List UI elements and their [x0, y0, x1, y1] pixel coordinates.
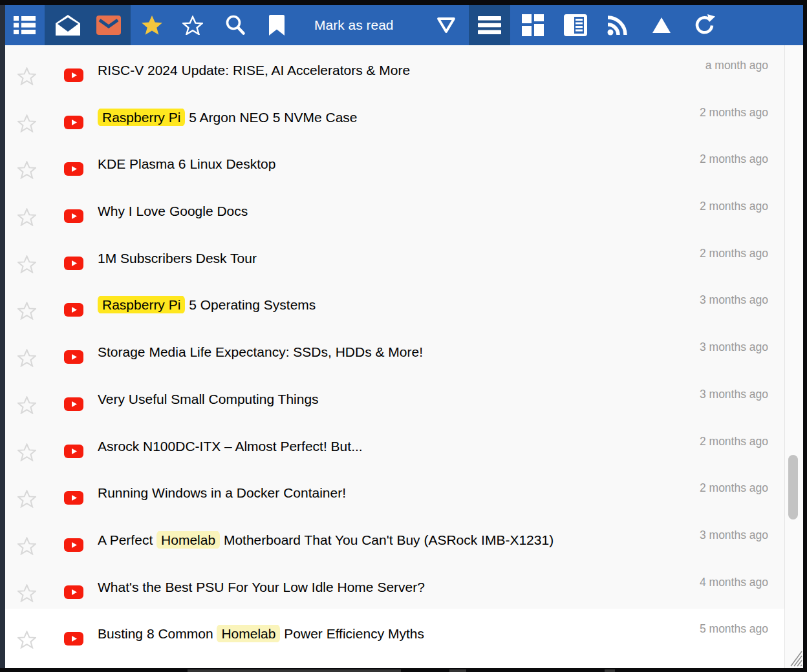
scrollbar-track[interactable] — [784, 45, 803, 668]
resize-grip[interactable] — [786, 647, 803, 667]
bookmark-button[interactable] — [264, 12, 290, 38]
row-star-icon[interactable] — [17, 584, 36, 602]
article-row[interactable]: Asrock N100DC-ITX – Almost Perfect! But.… — [5, 421, 784, 468]
article-title: 1M Subscribers Desk Tour — [98, 249, 257, 267]
article-time: 2 months ago — [700, 200, 768, 213]
article-time: 2 months ago — [700, 247, 768, 260]
search-icon — [224, 14, 246, 36]
article-time: 2 months ago — [700, 106, 768, 120]
unread-envelope-button[interactable] — [96, 12, 122, 38]
window-border-left — [0, 5, 5, 668]
article-title: A Perfect Homelab Motherboard That You C… — [98, 531, 554, 549]
up-triangle-icon — [651, 16, 672, 34]
window-border-right — [803, 5, 807, 668]
row-star-icon[interactable] — [17, 537, 36, 555]
unread-list-icon — [14, 16, 36, 34]
row-star-icon[interactable] — [17, 67, 36, 85]
layout-button[interactable] — [520, 12, 546, 38]
menu-button[interactable] — [477, 12, 502, 38]
clipped-next-row — [188, 669, 401, 672]
row-star-icon[interactable] — [17, 161, 36, 179]
article-title: Raspberry Pi 5 Argon NEO 5 NVMe Case — [98, 109, 358, 126]
rss-icon — [607, 14, 629, 36]
open-envelope-button[interactable] — [55, 12, 81, 38]
refresh-icon — [694, 14, 716, 36]
article-row[interactable]: A Perfect Homelab Motherboard That You C… — [5, 515, 784, 562]
window-border-top — [0, 0, 807, 5]
article-time: 3 months ago — [700, 529, 768, 542]
article-row[interactable]: Storage Media Life Expectancy: SSDs, HDD… — [5, 327, 784, 374]
article-title: Very Useful Small Computing Things — [98, 390, 319, 408]
starred-filter-button[interactable] — [139, 12, 165, 38]
youtube-icon — [64, 68, 83, 82]
article-title: Busting 8 Common Homelab Power Efficienc… — [98, 625, 424, 642]
row-star-icon[interactable] — [17, 302, 36, 320]
article-title: Running Windows in a Docker Container! — [98, 484, 346, 501]
clipped-next-row — [605, 669, 615, 672]
clipped-next-row — [449, 669, 466, 672]
article-title: KDE Plasma 6 Linux Desktop — [98, 155, 275, 173]
row-star-icon[interactable] — [17, 349, 36, 367]
article-title: Storage Media Life Expectancy: SSDs, HDD… — [98, 343, 423, 361]
row-star-icon[interactable] — [17, 114, 36, 132]
row-star-icon[interactable] — [17, 631, 36, 649]
unread-envelope-icon — [96, 16, 121, 35]
row-star-icon[interactable] — [17, 255, 36, 273]
article-row[interactable]: RISC-V 2024 Update: RISE, AI Accelerator… — [5, 45, 784, 92]
youtube-icon — [64, 397, 83, 411]
scrollbar-thumb[interactable] — [788, 455, 798, 520]
toolbar: Mark as read — [5, 5, 803, 45]
row-star-icon[interactable] — [17, 490, 36, 508]
article-title: Raspberry Pi 5 Operating Systems — [98, 296, 316, 313]
youtube-icon — [64, 209, 83, 223]
bookmark-icon — [269, 15, 285, 36]
refresh-button[interactable] — [692, 12, 718, 38]
window-border-bottom — [0, 668, 807, 672]
star-toggle-button[interactable] — [180, 12, 206, 38]
youtube-icon — [64, 445, 83, 458]
row-star-icon[interactable] — [17, 208, 36, 226]
article-time: 4 months ago — [700, 576, 768, 589]
row-star-icon[interactable] — [17, 396, 36, 414]
article-time: 3 months ago — [700, 341, 768, 354]
article-time: 3 months ago — [700, 388, 768, 401]
article-time: 2 months ago — [700, 152, 768, 166]
row-star-icon[interactable] — [17, 443, 36, 461]
layout-icon — [522, 14, 544, 36]
article-title: RISC-V 2024 Update: RISE, AI Accelerator… — [98, 61, 410, 79]
article-row[interactable]: Running Windows in a Docker Container! 2… — [5, 468, 784, 515]
article-title: What's the Best PSU For Your Low Idle Ho… — [98, 578, 425, 596]
article-row[interactable]: Raspberry Pi 5 Argon NEO 5 NVMe Case 2 m… — [5, 92, 784, 140]
rss-button[interactable] — [605, 12, 630, 38]
scroll-up-button[interactable] — [649, 12, 674, 38]
search-button[interactable] — [222, 12, 248, 38]
youtube-icon — [64, 491, 83, 505]
menu-icon — [478, 16, 501, 34]
filter-dropdown-button[interactable] — [433, 12, 459, 38]
article-time: 2 months ago — [700, 435, 768, 448]
mark-as-read-button[interactable]: Mark as read — [314, 5, 394, 45]
star-outline-icon — [182, 16, 203, 35]
article-row[interactable]: What's the Best PSU For Your Low Idle Ho… — [5, 562, 784, 609]
article-row[interactable]: KDE Plasma 6 Linux Desktop 2 months ago — [5, 139, 784, 186]
article-time: 5 months ago — [700, 622, 768, 636]
article-row[interactable]: Raspberry Pi 5 Operating Systems 3 month… — [5, 280, 784, 327]
unread-list-button[interactable] — [12, 12, 38, 38]
article-pane-icon — [564, 14, 587, 36]
article-row[interactable]: Why I Love Google Docs 2 months ago — [5, 186, 784, 233]
article-row[interactable]: Very Useful Small Computing Things 3 mon… — [5, 374, 784, 421]
article-time: 2 months ago — [700, 481, 768, 495]
article-row[interactable]: 1M Subscribers Desk Tour 2 months ago — [5, 233, 784, 280]
youtube-icon — [64, 116, 83, 129]
youtube-icon — [64, 303, 83, 317]
article-pane-button[interactable] — [563, 12, 588, 38]
article-time: 3 months ago — [700, 293, 768, 307]
youtube-icon — [64, 632, 83, 646]
article-title: Why I Love Google Docs — [98, 202, 248, 220]
youtube-icon — [64, 585, 83, 599]
article-list: RISC-V 2024 Update: RISE, AI Accelerator… — [5, 45, 784, 668]
article-title: Asrock N100DC-ITX – Almost Perfect! But.… — [98, 437, 363, 455]
article-row[interactable]: Busting 8 Common Homelab Power Efficienc… — [5, 609, 784, 668]
article-time: a month ago — [705, 59, 768, 72]
starred-icon — [141, 15, 163, 36]
